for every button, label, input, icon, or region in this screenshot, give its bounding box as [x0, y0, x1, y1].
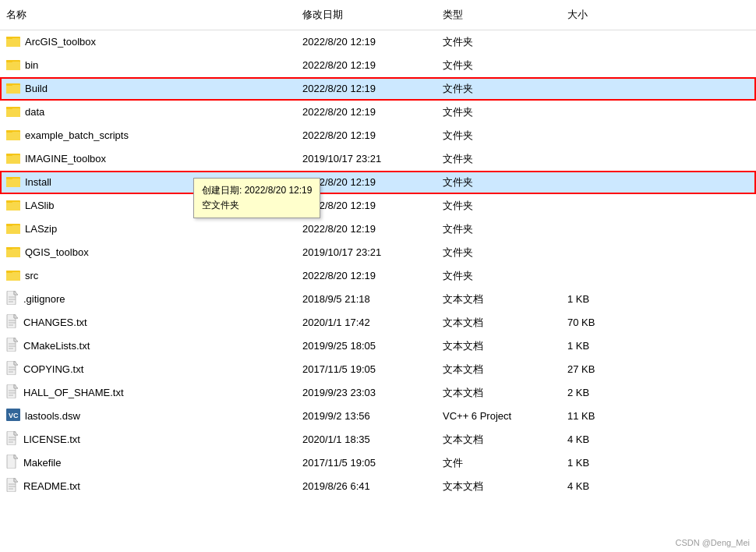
svg-rect-11	[6, 107, 12, 109]
file-date: 2020/1/1 18:35	[296, 433, 436, 445]
table-row[interactable]: example_batch_scripts 2022/8/20 12:19 文件…	[0, 124, 756, 147]
col-name[interactable]: 名称	[0, 5, 296, 25]
tooltip-line1: 创建日期: 2022/8/20 12:19	[202, 183, 312, 198]
file-name-cell: COPYING.txt	[0, 361, 296, 377]
table-row[interactable]: LASzip 2022/8/20 12:19 文件夹	[0, 218, 756, 241]
file-date: 2018/9/5 21:18	[296, 293, 436, 305]
file-icon-folder	[6, 268, 20, 283]
svg-rect-32	[6, 271, 12, 273]
file-size: 1 KB	[561, 457, 639, 469]
file-date: 2019/9/2 13:56	[296, 410, 436, 422]
table-row[interactable]: bin 2022/8/20 12:19 文件夹	[0, 54, 756, 77]
svg-marker-49	[14, 361, 18, 365]
svg-rect-10	[6, 108, 20, 117]
svg-rect-29	[6, 247, 12, 249]
file-type: 文件夹	[436, 199, 561, 213]
svg-marker-39	[14, 314, 18, 318]
table-row[interactable]: Build 2022/8/20 12:19 文件夹	[0, 77, 756, 101]
svg-rect-20	[6, 177, 12, 179]
file-type: 文件夹	[436, 152, 561, 166]
file-name: src	[25, 270, 38, 281]
file-date: 2019/9/23 23:03	[296, 387, 436, 398]
svg-marker-66	[14, 455, 18, 458]
table-row[interactable]: src 2022/8/20 12:19 文件夹	[0, 264, 756, 288]
file-type: 文本文档	[436, 479, 561, 494]
table-row[interactable]: IMAGINE_toolbox 2019/10/17 23:21 文件夹	[0, 147, 756, 171]
file-type: 文件	[436, 456, 561, 470]
file-name-cell: CHANGES.txt	[0, 314, 296, 331]
svg-rect-22	[6, 202, 20, 211]
file-name: CHANGES.txt	[23, 317, 87, 328]
col-type[interactable]: 类型	[436, 5, 561, 25]
svg-rect-23	[6, 200, 12, 203]
file-type: 文件夹	[436, 129, 561, 143]
file-size: 4 KB	[561, 480, 639, 492]
file-type: 文本文档	[436, 386, 561, 400]
svg-rect-31	[6, 272, 20, 281]
file-icon-folder	[6, 128, 20, 143]
svg-rect-2	[6, 37, 12, 39]
file-name-cell: example_batch_scripts	[0, 128, 296, 143]
table-row[interactable]: CMakeLists.txt 2019/9/25 18:05 文本文档 1 KB	[0, 334, 756, 358]
file-type: 文件夹	[436, 246, 561, 260]
col-size[interactable]: 大小	[561, 5, 639, 25]
svg-rect-28	[6, 249, 20, 257]
svg-rect-7	[6, 85, 20, 94]
table-row[interactable]: .gitignore 2018/9/5 21:18 文本文档 1 KB	[0, 288, 756, 311]
svg-rect-1	[6, 38, 20, 47]
file-icon-folder	[6, 175, 20, 189]
file-type: 文件夹	[436, 105, 561, 119]
file-icon-text	[6, 314, 19, 331]
svg-marker-68	[14, 478, 18, 482]
file-date: 2019/9/25 18:05	[296, 340, 436, 352]
table-row[interactable]: VC lastools.dsw 2019/9/2 13:56 VC++ 6 Pr…	[0, 405, 756, 428]
file-name-cell: Makefile	[0, 455, 296, 471]
svg-rect-19	[6, 179, 20, 187]
watermark: CSDN @Deng_Mei	[675, 538, 750, 547]
file-type: 文件夹	[436, 222, 561, 236]
file-date: 2022/8/20 12:19	[296, 83, 436, 94]
file-name-cell: QGIS_toolbox	[0, 245, 296, 260]
file-date: 2019/10/17 23:21	[296, 153, 436, 165]
svg-marker-61	[14, 431, 18, 435]
file-size: 11 KB	[561, 410, 639, 422]
svg-rect-16	[6, 155, 20, 164]
svg-text:VC: VC	[9, 412, 19, 419]
file-date: 2022/8/20 12:19	[296, 223, 436, 235]
file-size: 1 KB	[561, 340, 639, 352]
table-row[interactable]: CHANGES.txt 2020/1/1 17:42 文本文档 70 KB	[0, 311, 756, 334]
table-row[interactable]: HALL_OF_SHAME.txt 2019/9/23 23:03 文本文档 2…	[0, 381, 756, 405]
table-row[interactable]: ArcGIS_toolbox 2022/8/20 12:19 文件夹	[0, 30, 756, 54]
file-name-cell: LICENSE.txt	[0, 431, 296, 448]
file-name: Makefile	[23, 457, 61, 469]
table-row[interactable]: data 2022/8/20 12:19 文件夹	[0, 101, 756, 124]
file-name: CMakeLists.txt	[23, 340, 90, 352]
file-icon-folder	[6, 104, 20, 119]
file-date: 2022/8/20 12:19	[296, 36, 436, 48]
file-type: 文件夹	[436, 35, 561, 49]
table-row[interactable]: README.txt 2019/8/26 6:41 文本文档 4 KB	[0, 475, 756, 498]
file-type: 文本文档	[436, 339, 561, 353]
table-row[interactable]: Makefile 2017/11/5 19:05 文件 1 KB	[0, 451, 756, 475]
svg-rect-13	[6, 132, 20, 140]
svg-rect-4	[6, 62, 20, 70]
table-row[interactable]: LICENSE.txt 2020/1/1 18:35 文本文档 4 KB	[0, 428, 756, 451]
table-row[interactable]: Install 2022/8/20 12:19 文件夹	[0, 171, 756, 194]
svg-marker-34	[14, 291, 18, 295]
file-name: LASzip	[25, 223, 57, 235]
file-name: lastools.dsw	[25, 410, 80, 422]
table-row[interactable]: LASlib 2022/8/20 12:19 文件夹	[0, 194, 756, 218]
file-icon-text	[6, 478, 19, 494]
file-type: 文件夹	[436, 58, 561, 73]
svg-rect-25	[6, 225, 20, 234]
file-name-cell: .gitignore	[0, 291, 296, 307]
table-row[interactable]: COPYING.txt 2017/11/5 19:05 文本文档 27 KB	[0, 358, 756, 381]
col-date[interactable]: 修改日期	[296, 5, 436, 25]
file-name: QGIS_toolbox	[25, 246, 89, 258]
table-row[interactable]: QGIS_toolbox 2019/10/17 23:21 文件夹	[0, 241, 756, 264]
file-name: README.txt	[23, 480, 80, 492]
file-icon-folder	[6, 151, 20, 166]
file-size: 70 KB	[561, 317, 639, 328]
file-name-cell: CMakeLists.txt	[0, 338, 296, 354]
file-size: 2 KB	[561, 387, 639, 398]
